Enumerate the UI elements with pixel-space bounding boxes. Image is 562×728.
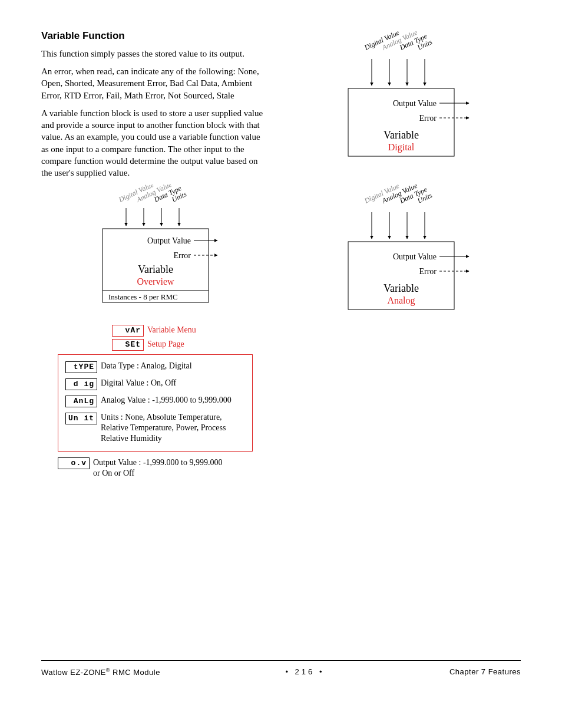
- output-row: o.v Output Value : -1,999.000 to 9,999.0…: [58, 457, 253, 479]
- menu-var-label: Variable Menu: [147, 325, 196, 336]
- param-dig-text: Digital Value : On, Off: [101, 378, 176, 388]
- diagram-overview: Digital Value Analog Value Data Type Uni…: [41, 185, 269, 317]
- block-title: Variable: [384, 129, 419, 141]
- block-subtitle: Digital: [388, 142, 414, 153]
- block-subtitle: Analog: [387, 295, 415, 306]
- param-unit-text: Units : None, Absolute Temperature, Rela…: [101, 412, 245, 444]
- error-label: Error: [419, 267, 437, 276]
- diagram-analog: Digital Value Analog Value Data Type Uni…: [293, 183, 521, 321]
- error-label: Error: [173, 251, 191, 260]
- instances-label: Instances - 8 per RMC: [108, 292, 178, 301]
- menu-set-label: Setup Page: [147, 339, 184, 350]
- output-value-label: Output Value: [147, 236, 190, 245]
- seg-box-type: tYPE: [65, 361, 97, 373]
- seg-box-anlg: AnLg: [65, 396, 97, 407]
- left-column: Variable Function This function simply p…: [41, 29, 269, 654]
- output-value-label: Output Value: [392, 252, 436, 261]
- output-value-label: Output Value: [392, 99, 436, 108]
- paragraph-2: An error, when read, can indicate any of…: [41, 65, 269, 101]
- diagram-digital: Digital Value Analog Value Data Type Uni…: [293, 29, 521, 168]
- seg-box-set: SEt: [112, 339, 144, 351]
- block-title: Variable: [384, 282, 419, 294]
- paragraph-1: This function simply passes the stored v…: [41, 48, 269, 60]
- footer-page-number: • 216 •: [285, 667, 324, 678]
- paragraph-3: A variable function block is used to sto…: [41, 107, 269, 179]
- seg-box-output: o.v: [58, 457, 90, 469]
- seg-box-dig: d ig: [65, 378, 97, 390]
- block-subtitle: Overview: [137, 276, 174, 286]
- block-title: Variable: [138, 263, 173, 275]
- footer-left: Watlow EZ-ZONE® RMC Module: [41, 667, 160, 678]
- seg-box-var: vAr: [112, 325, 144, 337]
- page-footer: Watlow EZ-ZONE® RMC Module • 216 • Chapt…: [41, 660, 521, 678]
- section-title: Variable Function: [41, 29, 269, 43]
- right-column: Digital Value Analog Value Data Type Uni…: [293, 29, 521, 654]
- footer-chapter: Chapter 7 Features: [449, 667, 521, 678]
- seg-box-unit: Un it: [65, 413, 97, 424]
- output-text: Output Value : -1,999.000 to 9,999.000 o…: [93, 457, 223, 479]
- error-label: Error: [419, 114, 437, 123]
- menu-reference: vAr Variable Menu SEt Setup Page: [41, 325, 269, 351]
- parameter-box: tYPE Data Type : Analog, Digital d ig Di…: [58, 354, 253, 452]
- param-anlg-text: Analog Value : -1,999.000 to 9,999.000: [101, 395, 232, 406]
- param-type-text: Data Type : Analog, Digital: [101, 361, 192, 371]
